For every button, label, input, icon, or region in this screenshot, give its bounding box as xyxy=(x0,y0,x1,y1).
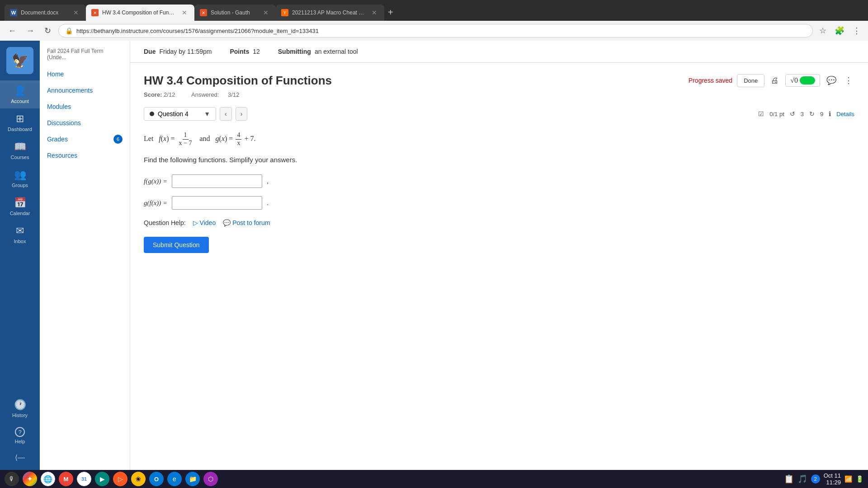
sidebar-link-announcements[interactable]: Announcements xyxy=(40,82,130,99)
sidebar-item-account[interactable]: 👤 Account xyxy=(0,80,40,108)
sidebar-item-calendar[interactable]: 📅 Calendar xyxy=(0,192,40,221)
problem-pre-text: Let xyxy=(144,135,153,142)
f-func: f xyxy=(159,135,160,142)
groups-icon: 👥 xyxy=(14,169,26,181)
sidebar-link-home[interactable]: Home xyxy=(40,66,130,82)
reload-button[interactable]: ↻ xyxy=(42,24,54,38)
submit-question-button[interactable]: Submit Question xyxy=(144,237,209,253)
sidebar-item-history[interactable]: 🕐 History xyxy=(0,394,40,422)
video-link[interactable]: ▷ Video xyxy=(193,218,216,228)
menu-icon[interactable]: ⋮ xyxy=(851,24,863,38)
sidebar-item-courses[interactable]: 📖 Courses xyxy=(0,136,40,164)
progress-saved-text: Progress saved xyxy=(689,77,732,84)
taskbar-meet-icon[interactable]: ▶ xyxy=(95,472,109,486)
bookmark-icon[interactable]: ☆ xyxy=(817,24,828,38)
tab-4[interactable]: Y 20211213 AP Macro Cheat She... ✕ xyxy=(276,5,384,21)
canvas-logo[interactable]: 🦅 xyxy=(0,41,40,80)
taskbar-notification-badge[interactable]: 2 xyxy=(811,474,820,483)
print-icon[interactable]: 🖨 xyxy=(769,74,781,87)
sqrt-symbol: √0 xyxy=(790,76,798,84)
extension-icon[interactable]: 🧩 xyxy=(833,24,846,38)
taskbar-games-icon[interactable]: ▷ xyxy=(113,472,127,486)
url-text: https://bethanylb.instructure.com/course… xyxy=(76,28,806,34)
tab-1-close[interactable]: ✕ xyxy=(71,8,80,17)
help-label: Question Help: xyxy=(144,218,186,228)
sidebar-item-groups[interactable]: 👥 Groups xyxy=(0,164,40,192)
question-dot xyxy=(150,112,154,116)
sidebar-link-discussions[interactable]: Discussions xyxy=(40,115,130,131)
taskbar-bard-icon[interactable]: ✦ xyxy=(23,472,37,486)
taskbar-files-icon[interactable]: 📁 xyxy=(185,472,200,486)
prev-question-button[interactable]: ‹ xyxy=(220,107,232,121)
sidebar-item-help[interactable]: ? Help xyxy=(0,422,40,449)
taskbar-time: 11:29 xyxy=(826,479,841,486)
retakes-value: 3 xyxy=(801,111,804,117)
sidebar-link-modules[interactable]: Modules xyxy=(40,99,130,115)
pts-icon: ☑ xyxy=(758,110,764,117)
taskbar-mic-icon[interactable]: 🎙 xyxy=(5,472,19,486)
chat-icon[interactable]: 💬 xyxy=(825,74,838,87)
sidebar-item-dashboard[interactable]: ⊞ Dashboard xyxy=(0,108,40,136)
dashboard-icon: ⊞ xyxy=(16,113,24,125)
taskbar-calendar-icon[interactable]: 31 xyxy=(77,472,91,486)
main-layout: 🦅 👤 Account ⊞ Dashboard 📖 Courses 👥 Grou… xyxy=(0,41,868,470)
title-actions: Progress saved Done 🖨 √0 💬 ⋮ xyxy=(689,74,854,87)
next-question-button[interactable]: › xyxy=(236,107,248,121)
new-tab-button[interactable]: + xyxy=(384,5,397,19)
retake-icon: ↺ xyxy=(790,110,795,117)
gof-period: . xyxy=(267,197,269,208)
forward-button[interactable]: → xyxy=(24,24,37,38)
taskbar-chrome-icon[interactable]: 🌐 xyxy=(41,472,55,486)
info-icon: ℹ xyxy=(829,110,831,117)
details-link[interactable]: Details xyxy=(836,111,854,117)
collapse-nav-button[interactable]: ⟨— xyxy=(0,449,40,466)
due-value: Friday by 11:59pm xyxy=(159,48,212,55)
address-bar: ← → ↻ 🔒 https://bethanylb.instructure.co… xyxy=(0,21,868,41)
score-label: Score: xyxy=(144,91,162,98)
tab-3-close[interactable]: ✕ xyxy=(261,8,270,17)
taskbar-outlook-icon[interactable]: O xyxy=(149,472,164,486)
more-options-icon[interactable]: ⋮ xyxy=(843,74,854,87)
score-row: Score: 2/12 Answered: 3/12 xyxy=(144,91,854,98)
done-button[interactable]: Done xyxy=(737,74,764,87)
taskbar-edge-icon[interactable]: e xyxy=(167,472,182,486)
forum-link[interactable]: 💬 Post to forum xyxy=(223,218,270,228)
fog-input[interactable] xyxy=(172,174,262,188)
url-bar[interactable]: 🔒 https://bethanylb.instructure.com/cour… xyxy=(58,24,813,38)
taskbar-photos-icon[interactable]: ❀ xyxy=(131,472,146,486)
question-selector[interactable]: Question 4 ▼ xyxy=(144,107,216,121)
assignment-header-bar: Due Friday by 11:59pm Points 12 Submitti… xyxy=(130,41,868,63)
tab-4-close[interactable]: ✕ xyxy=(370,8,379,17)
sqrt-button[interactable]: √0 xyxy=(785,74,820,87)
taskbar-clipboard-icon[interactable]: 📋 xyxy=(784,474,794,484)
taskbar-purple-icon[interactable]: ⬡ xyxy=(203,472,218,486)
tab-3-favicon: ✕ xyxy=(200,9,207,16)
sidebar-item-inbox[interactable]: ✉ Inbox xyxy=(0,221,40,249)
sidebar-link-grades[interactable]: Grades 6 xyxy=(40,131,130,147)
toggle-switch[interactable] xyxy=(800,76,815,84)
gof-label: g(f(x)) = xyxy=(144,197,167,208)
tab-4-title: 20211213 AP Macro Cheat She... xyxy=(292,9,366,16)
tab-1[interactable]: W Document.docx ✕ xyxy=(5,5,86,21)
sidebar-link-resources[interactable]: Resources xyxy=(40,147,130,164)
collapse-icon: ⟨— xyxy=(15,453,25,462)
taskbar-clock: Oct 11 11:29 xyxy=(824,472,841,486)
battery-icon: 🔋 xyxy=(856,475,863,483)
courses-icon: 📖 xyxy=(14,141,26,153)
back-button[interactable]: ← xyxy=(5,24,19,38)
tab-3[interactable]: ✕ Solution - Gauth ✕ xyxy=(194,5,276,21)
points-field: Points 12 xyxy=(230,48,259,55)
f-fraction: 1 x − 7 xyxy=(178,131,193,147)
tab-2-close[interactable]: ✕ xyxy=(180,8,189,17)
taskbar-right: 📋 🎵 2 Oct 11 11:29 📶 🔋 xyxy=(784,472,863,486)
tab-4-favicon: Y xyxy=(281,9,288,16)
tab-2[interactable]: ✕ HW 3.4 Composition of Functi... ✕ xyxy=(86,5,194,21)
inbox-icon: ✉ xyxy=(16,225,24,237)
taskbar-gmail-icon[interactable]: M xyxy=(59,472,73,486)
question-nav: Question 4 ▼ ‹ › ☑ 0/1 pt ↺ 3 ↻ 9 ℹ Deta… xyxy=(144,107,854,121)
tab-1-title: Document.docx xyxy=(21,9,68,16)
taskbar-music-icon[interactable]: 🎵 xyxy=(797,474,807,484)
gof-input[interactable] xyxy=(172,196,262,210)
help-icon: ? xyxy=(15,427,25,437)
gof-row: g(f(x)) = . xyxy=(144,196,854,210)
